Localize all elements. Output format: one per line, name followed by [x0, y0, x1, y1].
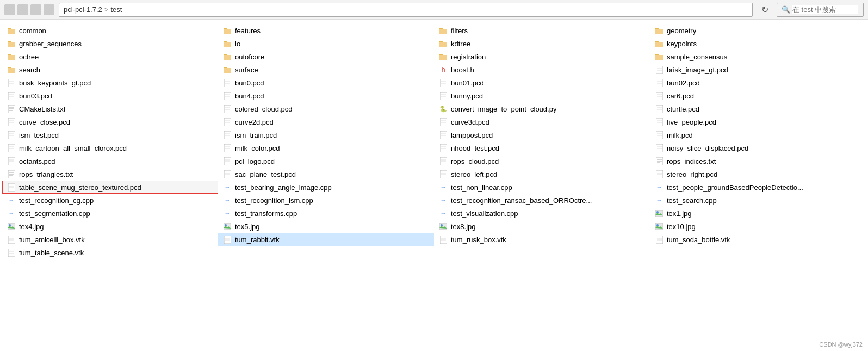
folder-icon: [7, 52, 16, 61]
file-icon: [7, 248, 16, 257]
list-item[interactable]: bun01.pcd: [434, 76, 650, 89]
list-item[interactable]: bun02.pcd: [650, 76, 866, 89]
list-item[interactable]: ↔test_search.cpp: [650, 194, 866, 207]
list-item[interactable]: brisk_keypoints_gt.pcd: [2, 76, 218, 89]
list-item[interactable]: tex1.jpg: [650, 207, 866, 220]
list-item[interactable]: tum_soda_bottle.vtk: [650, 233, 866, 246]
file-name: ism_train.pcd: [235, 131, 277, 139]
file-name: car6.pcd: [667, 92, 694, 100]
list-item[interactable]: ↔test_visualization.cpp: [434, 207, 650, 220]
list-item[interactable]: tex5.jpg: [218, 220, 434, 233]
list-item[interactable]: rops_indices.txt: [650, 155, 866, 168]
list-item[interactable]: milk_color.pcd: [218, 141, 434, 155]
list-item[interactable]: ↔test_recognition_ransac_based_ORROctre.…: [434, 194, 650, 207]
list-item[interactable]: colored_cloud.pcd: [218, 102, 434, 115]
file-name: colored_cloud.pcd: [235, 105, 293, 113]
list-item[interactable]: five_people.pcd: [650, 115, 866, 128]
list-item[interactable]: registration: [434, 50, 650, 63]
list-item[interactable]: car6.pcd: [650, 89, 866, 102]
list-item[interactable]: pcl_logo.pcd: [218, 155, 434, 168]
list-item[interactable]: surface: [218, 63, 434, 76]
list-item[interactable]: table_scene_mug_stereo_textured.pcd: [2, 181, 218, 194]
list-item[interactable]: sac_plane_test.pcd: [218, 168, 434, 181]
image-icon: [439, 222, 448, 231]
search-input[interactable]: [792, 5, 858, 14]
list-item[interactable]: common: [2, 24, 218, 37]
list-item[interactable]: tex10.jpg: [650, 220, 866, 233]
list-item[interactable]: bun0.pcd: [218, 76, 434, 89]
list-item[interactable]: ↔test_non_linear.cpp: [434, 181, 650, 194]
list-item[interactable]: ism_train.pcd: [218, 128, 434, 141]
list-item[interactable]: CMakeLists.txt: [2, 102, 218, 115]
list-item[interactable]: 🐍convert_image_to_point_cloud.py: [434, 102, 650, 115]
header-icon: h: [439, 65, 448, 74]
list-item[interactable]: ↔test_transforms.cpp: [218, 207, 434, 220]
list-item[interactable]: tum_rusk_box.vtk: [434, 233, 650, 246]
list-item[interactable]: features: [218, 24, 434, 37]
refresh-button[interactable]: ↻: [757, 2, 772, 17]
list-item[interactable]: cturtle.pcd: [650, 102, 866, 115]
folder-icon: [223, 39, 232, 48]
list-item[interactable]: lamppost.pcd: [434, 128, 650, 141]
list-item[interactable]: tum_table_scene.vtk: [2, 246, 218, 259]
list-item[interactable]: bun4.pcd: [218, 89, 434, 102]
list-item[interactable]: sample_consensus: [650, 50, 866, 63]
list-item[interactable]: geometry: [650, 24, 866, 37]
window-btn-2[interactable]: [17, 4, 28, 15]
image-icon: [655, 209, 664, 218]
list-item[interactable]: curve3d.pcd: [434, 115, 650, 128]
list-item[interactable]: rops_triangles.txt: [2, 168, 218, 181]
window-btn-3[interactable]: [30, 4, 41, 15]
list-item[interactable]: tex4.jpg: [2, 220, 218, 233]
list-item[interactable]: kdtree: [434, 37, 650, 50]
path-folder: test: [110, 5, 122, 14]
list-item[interactable]: stereo_right.pcd: [650, 168, 866, 181]
list-item[interactable]: milk.pcd: [650, 128, 866, 141]
list-item[interactable]: outofcore: [218, 50, 434, 63]
list-item[interactable]: nhood_test.pcd: [434, 141, 650, 155]
list-item[interactable]: tum_amicelli_box.vtk: [2, 233, 218, 246]
list-item[interactable]: noisy_slice_displaced.pcd: [650, 141, 866, 155]
list-item[interactable]: io: [218, 37, 434, 50]
list-item[interactable]: ism_test.pcd: [2, 128, 218, 141]
list-item[interactable]: keypoints: [650, 37, 866, 50]
file-icon: [7, 157, 16, 165]
window-btn-4[interactable]: [44, 4, 54, 15]
file-name: bun0.pcd: [235, 79, 264, 87]
list-item[interactable]: grabber_sequences: [2, 37, 218, 50]
text-icon: [7, 104, 16, 113]
address-bar[interactable]: pcl-pcl-1.7.2 > test: [59, 3, 753, 17]
list-item[interactable]: milk_cartoon_all_small_clorox.pcd: [2, 141, 218, 155]
file-icon: [223, 235, 232, 244]
file-name: test_non_linear.cpp: [451, 183, 512, 192]
list-item[interactable]: stereo_left.pcd: [434, 168, 650, 181]
list-item[interactable]: ↔test_recognition_ism.cpp: [218, 194, 434, 207]
list-item[interactable]: ↔test_recognition_cg.cpp: [2, 194, 218, 207]
list-item[interactable]: brisk_image_gt.pcd: [650, 63, 866, 76]
file-icon: [223, 144, 232, 152]
file-name: tex1.jpg: [667, 210, 692, 218]
file-name: search: [19, 66, 40, 74]
list-item[interactable]: tum_rabbit.vtk: [218, 233, 434, 246]
list-item[interactable]: rops_cloud.pcd: [434, 155, 650, 168]
list-item[interactable]: octants.pcd: [2, 155, 218, 168]
list-item[interactable]: octree: [2, 50, 218, 63]
list-item[interactable]: ↔test_people_groundBasedPeopleDetectio..…: [650, 181, 866, 194]
list-item[interactable]: filters: [434, 24, 650, 37]
list-item[interactable]: ↔test_segmentation.cpp: [2, 207, 218, 220]
file-name: octants.pcd: [19, 157, 55, 165]
list-item[interactable]: bunny.pcd: [434, 89, 650, 102]
list-item[interactable]: search: [2, 63, 218, 76]
list-item[interactable]: curve_close.pcd: [2, 115, 218, 128]
list-item[interactable]: bun03.pcd: [2, 89, 218, 102]
title-bar: pcl-pcl-1.7.2 > test ↻ 🔍: [0, 0, 868, 20]
search-bar[interactable]: 🔍: [777, 3, 864, 17]
file-name: lamppost.pcd: [451, 131, 493, 139]
window-btn-1[interactable]: [4, 4, 15, 15]
watermark: CSDN @wyj372: [819, 341, 863, 348]
list-item[interactable]: hboost.h: [434, 63, 650, 76]
list-item[interactable]: tex8.jpg: [434, 220, 650, 233]
file-icon: [439, 170, 448, 178]
list-item[interactable]: curve2d.pcd: [218, 115, 434, 128]
list-item[interactable]: ↔test_bearing_angle_image.cpp: [218, 181, 434, 194]
